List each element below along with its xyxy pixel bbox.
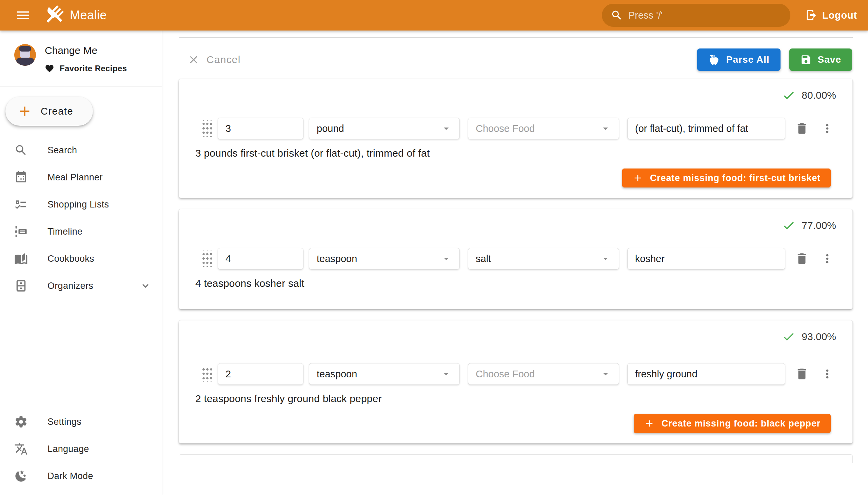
sidebar-item-meal-planner[interactable]: Meal Planner <box>0 164 162 191</box>
food-placeholder: Choose Food <box>476 369 600 380</box>
note-input[interactable] <box>627 363 785 385</box>
sidebar-item-search[interactable]: Search <box>0 137 162 164</box>
save-label: Save <box>818 54 841 65</box>
unit-select[interactable]: pound <box>309 118 460 139</box>
timeline-icon <box>14 225 28 238</box>
confidence-value: 77.00% <box>802 220 836 231</box>
sidebar-item-label: Dark Mode <box>48 471 93 481</box>
trash-icon <box>795 252 809 266</box>
original-ingredient-text: 3 pounds first-cut brisket (or flat-cut)… <box>195 148 836 159</box>
quantity-input[interactable] <box>218 248 304 270</box>
trash-icon <box>795 367 809 381</box>
trash-icon <box>795 121 809 136</box>
unit-value: teaspoon <box>317 369 440 380</box>
create-button[interactable]: Create <box>5 97 93 126</box>
unit-select[interactable]: teaspoon <box>309 248 460 270</box>
create-missing-food-button[interactable]: Create missing food: first-cut brisket <box>622 169 831 187</box>
menu-down-icon <box>600 368 611 380</box>
search-icon <box>611 9 623 21</box>
row-menu-button[interactable] <box>820 367 834 381</box>
magnify-icon <box>14 143 28 157</box>
save-button[interactable]: Save <box>789 49 852 71</box>
food-value: salt <box>476 253 600 264</box>
sidebar-item-label: Settings <box>48 417 81 427</box>
sidebar-item-settings[interactable]: Settings <box>0 408 162 435</box>
sidebar-item-dark-mode[interactable]: Dark Mode <box>0 462 162 490</box>
sidebar-item-shopping-lists[interactable]: Shopping Lists <box>0 191 162 218</box>
ingredient-card: 80.00% pound Choose Food 3 <box>179 79 853 198</box>
confidence-row: 93.00% <box>195 329 836 344</box>
menu-down-icon <box>600 253 611 264</box>
kebab-icon <box>820 252 834 266</box>
drag-handle[interactable] <box>201 366 212 382</box>
chevron-down-icon <box>139 280 152 292</box>
content-top-divider <box>179 37 853 38</box>
food-placeholder: Choose Food <box>476 123 600 134</box>
row-menu-button[interactable] <box>820 122 834 135</box>
missing-food-row: Create missing food: black pepper <box>195 414 836 433</box>
hamburger-menu-button[interactable] <box>11 3 35 28</box>
favorites-label: Favorite Recipes <box>60 64 127 73</box>
drag-handle[interactable] <box>201 251 212 267</box>
translate-icon <box>14 442 28 456</box>
missing-food-row: Create missing food: first-cut brisket <box>195 169 836 187</box>
sidebar-item-language[interactable]: Language <box>0 435 162 462</box>
food-select[interactable]: salt <box>468 248 619 270</box>
food-select[interactable]: Choose Food <box>468 118 619 139</box>
mealie-logo-icon <box>43 4 65 27</box>
delete-ingredient-button[interactable] <box>795 121 809 136</box>
row-actions <box>795 367 836 381</box>
sidebar-item-timeline[interactable]: Timeline <box>0 218 162 245</box>
sidebar-item-label: Language <box>48 444 89 454</box>
logout-icon <box>805 9 817 21</box>
menu-down-icon <box>440 123 452 134</box>
quantity-input[interactable] <box>218 363 304 385</box>
favorite-recipes-link[interactable]: Favorite Recipes <box>45 64 127 73</box>
user-name: Change Me <box>45 45 127 56</box>
create-missing-food-button[interactable]: Create missing food: black pepper <box>634 414 831 433</box>
note-input[interactable] <box>627 118 785 139</box>
moon-stars-icon <box>14 469 28 483</box>
delete-ingredient-button[interactable] <box>795 367 809 381</box>
avatar[interactable] <box>14 44 36 66</box>
parse-all-label: Parse All <box>726 54 770 65</box>
cancel-button[interactable]: Cancel <box>187 54 241 66</box>
confidence-row: 77.00% <box>195 218 836 233</box>
sidebar-item-organizers[interactable]: Organizers <box>0 272 162 300</box>
confidence-check-icon <box>782 330 796 343</box>
parse-all-button[interactable]: Parse All <box>697 49 781 71</box>
drag-handle[interactable] <box>201 120 212 137</box>
row-actions <box>795 252 836 266</box>
plus-icon <box>632 173 643 184</box>
user-block: Change Me Favorite Recipes <box>0 31 162 73</box>
sidebar-item-label: Shopping Lists <box>48 199 109 210</box>
row-menu-button[interactable] <box>820 252 834 266</box>
sidebar-bottom-nav: Settings Language Dark Mode <box>0 408 162 495</box>
close-icon <box>187 54 200 66</box>
cancel-label: Cancel <box>206 54 241 65</box>
global-search[interactable] <box>602 4 790 27</box>
create-label: Create <box>41 106 73 117</box>
kebab-icon <box>820 122 834 135</box>
calendar-icon <box>14 171 28 184</box>
heart-icon <box>45 64 54 73</box>
logout-label: Logout <box>822 10 857 21</box>
search-input[interactable] <box>628 10 782 21</box>
sidebar-item-cookbooks[interactable]: Cookbooks <box>0 245 162 272</box>
list-checks-icon <box>14 198 28 211</box>
hamburger-icon <box>15 7 31 23</box>
kebab-icon <box>820 367 834 381</box>
ingredient-inputs-row: teaspoon Choose Food <box>195 363 836 385</box>
delete-ingredient-button[interactable] <box>795 252 809 266</box>
gear-icon <box>14 415 28 429</box>
sidebar-item-label: Cookbooks <box>48 254 94 264</box>
quantity-input[interactable] <box>218 118 304 139</box>
sidebar-nav: Search Meal Planner Shopping Lists Timel… <box>0 137 162 300</box>
ingredient-inputs-row: teaspoon salt <box>195 248 836 270</box>
note-input[interactable] <box>627 248 785 270</box>
food-select[interactable]: Choose Food <box>468 363 619 385</box>
menu-down-icon <box>440 368 452 380</box>
unit-select[interactable]: teaspoon <box>309 363 460 385</box>
apple-icon <box>708 54 720 66</box>
logout-button[interactable]: Logout <box>805 9 857 21</box>
